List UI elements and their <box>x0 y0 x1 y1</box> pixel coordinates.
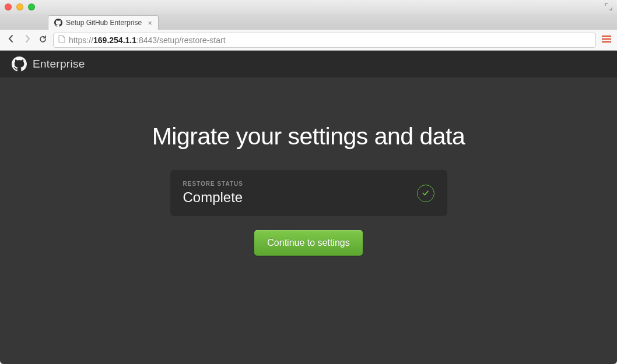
restore-status-card: RESTORE STATUS Complete <box>170 170 447 216</box>
page-icon <box>58 35 65 45</box>
tab-title: Setup GitHub Enterprise <box>66 19 142 27</box>
reload-button[interactable] <box>38 35 47 45</box>
page-title: Migrate your settings and data <box>152 123 465 150</box>
tab-favicon-github-icon <box>54 19 62 27</box>
back-button[interactable] <box>6 34 16 46</box>
browser-tab[interactable]: Setup GitHub Enterprise × <box>48 15 159 30</box>
browser-window: Setup GitHub Enterprise × https://169.25… <box>0 0 617 364</box>
minimize-window-button[interactable] <box>16 3 23 10</box>
status-label: RESTORE STATUS <box>183 181 243 187</box>
zoom-window-button[interactable] <box>28 3 35 10</box>
url-text: https://169.254.1.1:8443/setup/restore-s… <box>69 36 226 45</box>
page-content: Enterprise Migrate your settings and dat… <box>0 51 617 364</box>
address-bar[interactable]: https://169.254.1.1:8443/setup/restore-s… <box>53 33 596 48</box>
github-logo-icon <box>12 56 27 72</box>
window-titlebar <box>0 0 617 14</box>
close-window-button[interactable] <box>5 3 12 10</box>
window-controls <box>5 3 35 10</box>
url-host: 169.254.1.1 <box>93 36 136 45</box>
svg-rect-2 <box>602 41 611 43</box>
continue-button[interactable]: Continue to settings <box>254 230 362 256</box>
tab-close-icon[interactable]: × <box>148 19 152 27</box>
app-header: Enterprise <box>0 51 617 77</box>
main-content: Migrate your settings and data RESTORE S… <box>0 77 617 364</box>
status-value: Complete <box>183 189 243 206</box>
status-text-group: RESTORE STATUS Complete <box>183 181 243 206</box>
checkmark-icon <box>417 185 434 202</box>
url-path: :8443/setup/restore-start <box>136 36 226 45</box>
tab-strip: Setup GitHub Enterprise × <box>0 14 617 30</box>
svg-rect-1 <box>602 38 611 40</box>
svg-rect-0 <box>602 36 611 37</box>
chrome-menu-icon[interactable] <box>602 34 611 46</box>
brand-name: Enterprise <box>33 58 85 70</box>
forward-button[interactable] <box>22 34 33 46</box>
browser-toolbar: https://169.254.1.1:8443/setup/restore-s… <box>0 30 617 51</box>
fullscreen-icon[interactable] <box>605 3 612 12</box>
url-protocol: https:// <box>69 36 93 45</box>
